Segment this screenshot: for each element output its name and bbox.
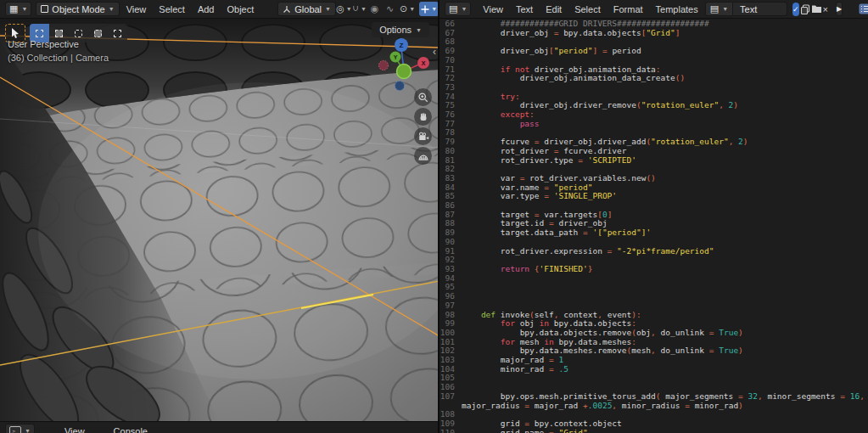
chevron-down-icon: ▼ <box>109 6 115 12</box>
code-row[interactable]: 85 var.type = 'SINGLE_PROP' <box>440 192 868 201</box>
select-extend-tool-button[interactable] <box>108 24 127 42</box>
editor-type-button[interactable]: ▦ ▼ <box>5 2 31 16</box>
snap-dropdown[interactable]: ∩ ▼ <box>352 2 367 16</box>
menu-view[interactable]: View <box>120 3 153 16</box>
code-row[interactable]: 72 driver_obj.animation_data_create() <box>440 74 868 83</box>
pan-button[interactable] <box>414 108 432 126</box>
visibility-dropdown[interactable]: ⊙ ▼ <box>398 2 417 16</box>
unlink-x-icon: × <box>823 4 828 14</box>
menu-view[interactable]: View <box>477 3 509 16</box>
menu-templates[interactable]: Templates <box>650 3 704 16</box>
code-editor[interactable]: 66 ############GRID DRIVERS#############… <box>440 19 868 433</box>
code-row[interactable]: 77 pass <box>440 120 868 129</box>
zoom-button[interactable] <box>414 88 432 106</box>
viewport-header: ▦ ▼ Object Mode ▼ View Select Add Object… <box>0 0 438 19</box>
code-row[interactable]: 93 return {'FINISHED'} <box>440 265 868 274</box>
dashed-box-fill-icon <box>55 30 63 37</box>
camera-view-button[interactable] <box>414 127 432 145</box>
chevron-down-icon: ▼ <box>361 6 367 12</box>
text-editor-icon: ▤ <box>449 4 457 14</box>
text-editor-pane: ▤ ▼ View Text Edit Select Format Templat… <box>440 0 868 433</box>
console-menu-view[interactable]: View <box>59 425 91 433</box>
cursor-icon <box>10 27 20 39</box>
view-perspective-label: User Perspective <box>8 39 79 49</box>
gizmo-minus-z-handle[interactable] <box>395 82 405 91</box>
mode-label: Object Mode <box>52 4 104 14</box>
dashed-box-corner-icon <box>75 30 82 37</box>
perspective-toggle-button[interactable] <box>414 147 432 165</box>
gizmo-y-label: Y <box>394 54 398 60</box>
datablock-browse-button[interactable]: ▤ ▼ <box>705 2 733 16</box>
dashed-box-dark-icon <box>94 30 102 37</box>
new-copy-button[interactable] <box>800 2 810 16</box>
chevron-down-icon: ▼ <box>346 6 352 12</box>
camera-icon <box>417 131 429 143</box>
code-row[interactable]: 89 target.data_path = '["period"]' <box>440 228 868 238</box>
menu-text[interactable]: Text <box>510 3 539 16</box>
console-menu-console[interactable]: Console <box>108 425 154 433</box>
chevron-down-icon: ▼ <box>416 27 422 33</box>
chevron-down-icon: ▼ <box>409 6 415 12</box>
editor-type-button[interactable]: ▤ ▼ <box>445 2 471 16</box>
menu-edit[interactable]: Edit <box>540 3 568 16</box>
code-row[interactable]: 94 <box>440 274 868 284</box>
axes-icon <box>283 5 291 14</box>
scene-render <box>0 19 440 421</box>
viewport-pane: ▦ ▼ Object Mode ▼ View Select Add Object… <box>0 0 440 433</box>
gizmo-z-label: Z <box>400 42 404 49</box>
unlink-button[interactable]: × <box>823 2 828 16</box>
gizmos-toggle[interactable]: ▼ <box>419 2 439 16</box>
code-row[interactable]: major_radius = major_rad +.0025, minor_r… <box>440 402 868 411</box>
viewport-canvas[interactable] <box>0 19 440 421</box>
dashed-box-dotted-icon <box>114 30 121 37</box>
magnet-icon: ∩ <box>352 4 359 14</box>
code-row[interactable]: 91 rot_driver.expression = "-2*pi*frame/… <box>440 247 868 256</box>
viewport-nav-buttons <box>414 88 432 165</box>
menu-object[interactable]: Object <box>221 3 260 16</box>
chevron-down-icon: ▼ <box>431 6 437 12</box>
code-row[interactable]: 96 <box>440 292 868 301</box>
active-object-label: (36) Collection | Camera <box>8 53 109 63</box>
gizmo-center-ball[interactable] <box>397 65 412 79</box>
console-editor-type-button[interactable]: >_ ▼ <box>5 424 35 433</box>
pivot-dropdown[interactable]: ◎ ▼ <box>337 2 351 16</box>
code-row[interactable]: 69 driver_obj["period"] = period <box>440 47 868 56</box>
sidebar-toggle-arrow[interactable]: ‹ <box>433 46 436 58</box>
datablock-name: Text <box>740 4 757 14</box>
chevron-down-icon: ▼ <box>25 428 31 433</box>
orientation-label: Global <box>294 4 322 14</box>
pivot-point-icon: ◎ <box>336 4 344 14</box>
orientation-dropdown[interactable]: Global ▼ <box>277 2 336 16</box>
select-lasso-tool-button[interactable] <box>88 24 108 42</box>
mode-dropdown[interactable]: Object Mode ▼ <box>36 2 119 16</box>
datablock-name-field[interactable]: Text <box>733 2 787 16</box>
folder-open-icon <box>811 4 822 14</box>
code-row[interactable]: 81 rot_driver.type = 'SCRIPTED' <box>440 156 868 166</box>
code-row[interactable]: 105 <box>440 374 868 383</box>
gizmo-minus-x-handle[interactable] <box>379 61 389 70</box>
open-file-button[interactable] <box>811 2 822 16</box>
falloff-curve-icon[interactable]: ∿ <box>383 2 397 16</box>
code-row[interactable]: 110 grid.name = "Grid" <box>440 429 868 433</box>
chevron-down-icon: ▼ <box>325 6 331 12</box>
console-icon: >_ <box>9 426 21 433</box>
text-datablock-icon: ▤ <box>710 4 719 14</box>
menu-add[interactable]: Add <box>192 3 221 16</box>
code-row[interactable]: 95 <box>440 283 868 292</box>
console-header: >_ ▼ View Console <box>0 421 440 433</box>
menu-select[interactable]: Select <box>568 3 607 16</box>
code-row[interactable]: 67 driver_obj = bpy.data.objects["Grid"] <box>440 29 868 38</box>
menu-select[interactable]: Select <box>153 3 191 16</box>
menu-format[interactable]: Format <box>608 3 649 16</box>
proportional-edit-toggle[interactable]: ◉ <box>367 2 382 16</box>
fake-user-shield-icon[interactable]: ✓ <box>792 3 799 16</box>
line-numbers-toggle[interactable] <box>857 2 868 16</box>
gizmo-x-label: X <box>421 59 425 67</box>
editor-toggle-cluster <box>857 2 868 16</box>
run-script-button[interactable]: ▶ <box>836 2 843 16</box>
copy-icon <box>800 4 810 14</box>
chevron-down-icon: ▼ <box>722 6 728 12</box>
viewport-editor-icon: ▦ <box>9 4 18 14</box>
code-row[interactable]: 104 minor_rad = .5 <box>440 365 868 374</box>
magnifier-icon <box>417 92 429 104</box>
